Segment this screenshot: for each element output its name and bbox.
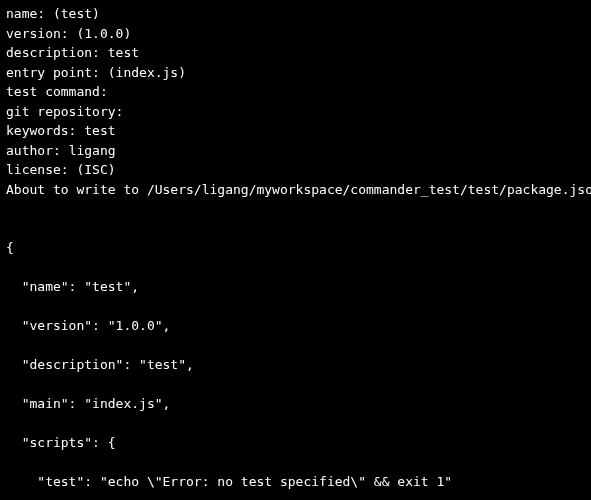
json-preview: { "name": "test", "version": "1.0.0", "d… <box>6 219 585 501</box>
prompt-entry-point: entry point: (index.js) <box>6 63 585 83</box>
json-open-brace: { <box>6 238 585 258</box>
prompt-test-command-label: test command: <box>6 84 108 99</box>
prompt-test-command: test command: <box>6 82 585 102</box>
prompt-author-value: ligang <box>69 143 116 158</box>
about-to-write-line: About to write to /Users/ligang/myworksp… <box>6 180 585 200</box>
prompt-author-label: author: <box>6 143 61 158</box>
json-name-line: "name": "test", <box>6 277 585 297</box>
json-scripts-open: "scripts": { <box>6 433 585 453</box>
prompt-name: name: (test) <box>6 4 585 24</box>
prompt-name-label: name: <box>6 6 45 21</box>
prompt-name-hint: (test) <box>53 6 100 21</box>
prompt-description: description: test <box>6 43 585 63</box>
json-version-line: "version": "1.0.0", <box>6 316 585 336</box>
json-description-line: "description": "test", <box>6 355 585 375</box>
prompt-version-label: version: <box>6 26 69 41</box>
prompt-license-hint: (ISC) <box>76 162 115 177</box>
prompt-keywords: keywords: test <box>6 121 585 141</box>
prompt-license-label: license: <box>6 162 69 177</box>
prompt-keywords-value: test <box>84 123 115 138</box>
prompt-entry-point-label: entry point: <box>6 65 100 80</box>
prompt-description-value: test <box>108 45 139 60</box>
prompt-version: version: (1.0.0) <box>6 24 585 44</box>
blank-line-1 <box>6 199 585 219</box>
prompt-git-repository-label: git repository: <box>6 104 123 119</box>
prompt-git-repository: git repository: <box>6 102 585 122</box>
prompt-keywords-label: keywords: <box>6 123 76 138</box>
prompt-description-label: description: <box>6 45 100 60</box>
json-scripts-test: "test": "echo \"Error: no test specified… <box>6 472 585 492</box>
json-main-line: "main": "index.js", <box>6 394 585 414</box>
prompt-license: license: (ISC) <box>6 160 585 180</box>
prompt-author: author: ligang <box>6 141 585 161</box>
prompt-entry-point-hint: (index.js) <box>108 65 186 80</box>
prompt-version-hint: (1.0.0) <box>76 26 131 41</box>
